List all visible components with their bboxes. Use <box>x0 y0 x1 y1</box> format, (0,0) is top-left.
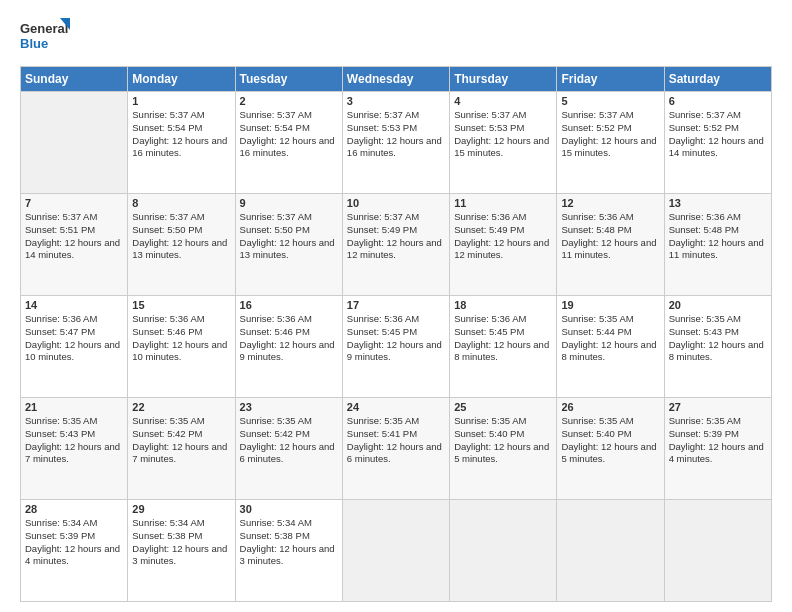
calendar-cell <box>557 500 664 602</box>
cell-info: Sunrise: 5:37 AMSunset: 5:49 PMDaylight:… <box>347 211 445 262</box>
weekday-header: Friday <box>557 67 664 92</box>
cell-info: Sunrise: 5:35 AMSunset: 5:41 PMDaylight:… <box>347 415 445 466</box>
calendar-cell: 28Sunrise: 5:34 AMSunset: 5:39 PMDayligh… <box>21 500 128 602</box>
calendar-table: SundayMondayTuesdayWednesdayThursdayFrid… <box>20 66 772 602</box>
calendar-cell: 10Sunrise: 5:37 AMSunset: 5:49 PMDayligh… <box>342 194 449 296</box>
cell-info: Sunrise: 5:35 AMSunset: 5:40 PMDaylight:… <box>561 415 659 466</box>
calendar-cell <box>450 500 557 602</box>
cell-info: Sunrise: 5:37 AMSunset: 5:51 PMDaylight:… <box>25 211 123 262</box>
calendar-cell: 26Sunrise: 5:35 AMSunset: 5:40 PMDayligh… <box>557 398 664 500</box>
day-number: 16 <box>240 299 338 311</box>
day-number: 28 <box>25 503 123 515</box>
svg-text:Blue: Blue <box>20 36 48 51</box>
calendar-week: 7Sunrise: 5:37 AMSunset: 5:51 PMDaylight… <box>21 194 772 296</box>
day-number: 13 <box>669 197 767 209</box>
calendar-cell: 22Sunrise: 5:35 AMSunset: 5:42 PMDayligh… <box>128 398 235 500</box>
calendar-cell: 29Sunrise: 5:34 AMSunset: 5:38 PMDayligh… <box>128 500 235 602</box>
calendar-cell: 8Sunrise: 5:37 AMSunset: 5:50 PMDaylight… <box>128 194 235 296</box>
cell-info: Sunrise: 5:35 AMSunset: 5:42 PMDaylight:… <box>132 415 230 466</box>
day-number: 4 <box>454 95 552 107</box>
calendar-cell: 11Sunrise: 5:36 AMSunset: 5:49 PMDayligh… <box>450 194 557 296</box>
calendar-cell: 13Sunrise: 5:36 AMSunset: 5:48 PMDayligh… <box>664 194 771 296</box>
header: General Blue <box>20 16 772 56</box>
cell-info: Sunrise: 5:35 AMSunset: 5:39 PMDaylight:… <box>669 415 767 466</box>
calendar-cell: 16Sunrise: 5:36 AMSunset: 5:46 PMDayligh… <box>235 296 342 398</box>
day-number: 1 <box>132 95 230 107</box>
day-number: 8 <box>132 197 230 209</box>
day-number: 27 <box>669 401 767 413</box>
calendar-cell: 21Sunrise: 5:35 AMSunset: 5:43 PMDayligh… <box>21 398 128 500</box>
calendar-week: 21Sunrise: 5:35 AMSunset: 5:43 PMDayligh… <box>21 398 772 500</box>
calendar-cell <box>21 92 128 194</box>
cell-info: Sunrise: 5:34 AMSunset: 5:38 PMDaylight:… <box>132 517 230 568</box>
calendar-cell <box>342 500 449 602</box>
cell-info: Sunrise: 5:36 AMSunset: 5:47 PMDaylight:… <box>25 313 123 364</box>
day-number: 20 <box>669 299 767 311</box>
cell-info: Sunrise: 5:37 AMSunset: 5:50 PMDaylight:… <box>132 211 230 262</box>
calendar-cell: 30Sunrise: 5:34 AMSunset: 5:38 PMDayligh… <box>235 500 342 602</box>
calendar-cell: 18Sunrise: 5:36 AMSunset: 5:45 PMDayligh… <box>450 296 557 398</box>
day-number: 23 <box>240 401 338 413</box>
weekday-header: Thursday <box>450 67 557 92</box>
cell-info: Sunrise: 5:37 AMSunset: 5:53 PMDaylight:… <box>347 109 445 160</box>
day-number: 15 <box>132 299 230 311</box>
day-number: 19 <box>561 299 659 311</box>
cell-info: Sunrise: 5:36 AMSunset: 5:45 PMDaylight:… <box>347 313 445 364</box>
calendar-page: General Blue SundayMondayTuesdayWednesda… <box>0 0 792 612</box>
day-number: 29 <box>132 503 230 515</box>
cell-info: Sunrise: 5:35 AMSunset: 5:43 PMDaylight:… <box>25 415 123 466</box>
cell-info: Sunrise: 5:36 AMSunset: 5:48 PMDaylight:… <box>561 211 659 262</box>
cell-info: Sunrise: 5:36 AMSunset: 5:46 PMDaylight:… <box>132 313 230 364</box>
weekday-header: Sunday <box>21 67 128 92</box>
logo-svg: General Blue <box>20 16 70 56</box>
calendar-cell <box>664 500 771 602</box>
calendar-week: 14Sunrise: 5:36 AMSunset: 5:47 PMDayligh… <box>21 296 772 398</box>
cell-info: Sunrise: 5:36 AMSunset: 5:49 PMDaylight:… <box>454 211 552 262</box>
cell-info: Sunrise: 5:37 AMSunset: 5:54 PMDaylight:… <box>132 109 230 160</box>
calendar-cell: 3Sunrise: 5:37 AMSunset: 5:53 PMDaylight… <box>342 92 449 194</box>
cell-info: Sunrise: 5:36 AMSunset: 5:45 PMDaylight:… <box>454 313 552 364</box>
day-number: 17 <box>347 299 445 311</box>
cell-info: Sunrise: 5:37 AMSunset: 5:53 PMDaylight:… <box>454 109 552 160</box>
day-number: 11 <box>454 197 552 209</box>
cell-info: Sunrise: 5:37 AMSunset: 5:54 PMDaylight:… <box>240 109 338 160</box>
logo: General Blue <box>20 16 70 56</box>
cell-info: Sunrise: 5:35 AMSunset: 5:42 PMDaylight:… <box>240 415 338 466</box>
calendar-header: SundayMondayTuesdayWednesdayThursdayFrid… <box>21 67 772 92</box>
day-number: 5 <box>561 95 659 107</box>
cell-info: Sunrise: 5:34 AMSunset: 5:39 PMDaylight:… <box>25 517 123 568</box>
svg-text:General: General <box>20 21 68 36</box>
cell-info: Sunrise: 5:36 AMSunset: 5:46 PMDaylight:… <box>240 313 338 364</box>
calendar-cell: 7Sunrise: 5:37 AMSunset: 5:51 PMDaylight… <box>21 194 128 296</box>
calendar-cell: 2Sunrise: 5:37 AMSunset: 5:54 PMDaylight… <box>235 92 342 194</box>
cell-info: Sunrise: 5:34 AMSunset: 5:38 PMDaylight:… <box>240 517 338 568</box>
calendar-cell: 14Sunrise: 5:36 AMSunset: 5:47 PMDayligh… <box>21 296 128 398</box>
cell-info: Sunrise: 5:37 AMSunset: 5:52 PMDaylight:… <box>669 109 767 160</box>
cell-info: Sunrise: 5:36 AMSunset: 5:48 PMDaylight:… <box>669 211 767 262</box>
calendar-cell: 5Sunrise: 5:37 AMSunset: 5:52 PMDaylight… <box>557 92 664 194</box>
weekday-header: Saturday <box>664 67 771 92</box>
cell-info: Sunrise: 5:35 AMSunset: 5:44 PMDaylight:… <box>561 313 659 364</box>
calendar-cell: 6Sunrise: 5:37 AMSunset: 5:52 PMDaylight… <box>664 92 771 194</box>
calendar-week: 1Sunrise: 5:37 AMSunset: 5:54 PMDaylight… <box>21 92 772 194</box>
cell-info: Sunrise: 5:37 AMSunset: 5:50 PMDaylight:… <box>240 211 338 262</box>
weekday-header: Wednesday <box>342 67 449 92</box>
day-number: 6 <box>669 95 767 107</box>
calendar-cell: 9Sunrise: 5:37 AMSunset: 5:50 PMDaylight… <box>235 194 342 296</box>
calendar-cell: 15Sunrise: 5:36 AMSunset: 5:46 PMDayligh… <box>128 296 235 398</box>
calendar-cell: 4Sunrise: 5:37 AMSunset: 5:53 PMDaylight… <box>450 92 557 194</box>
day-number: 2 <box>240 95 338 107</box>
weekday-header: Tuesday <box>235 67 342 92</box>
calendar-cell: 20Sunrise: 5:35 AMSunset: 5:43 PMDayligh… <box>664 296 771 398</box>
day-number: 30 <box>240 503 338 515</box>
day-number: 18 <box>454 299 552 311</box>
cell-info: Sunrise: 5:35 AMSunset: 5:40 PMDaylight:… <box>454 415 552 466</box>
day-number: 25 <box>454 401 552 413</box>
calendar-cell: 12Sunrise: 5:36 AMSunset: 5:48 PMDayligh… <box>557 194 664 296</box>
day-number: 14 <box>25 299 123 311</box>
calendar-cell: 19Sunrise: 5:35 AMSunset: 5:44 PMDayligh… <box>557 296 664 398</box>
cell-info: Sunrise: 5:35 AMSunset: 5:43 PMDaylight:… <box>669 313 767 364</box>
day-number: 3 <box>347 95 445 107</box>
calendar-cell: 17Sunrise: 5:36 AMSunset: 5:45 PMDayligh… <box>342 296 449 398</box>
cell-info: Sunrise: 5:37 AMSunset: 5:52 PMDaylight:… <box>561 109 659 160</box>
